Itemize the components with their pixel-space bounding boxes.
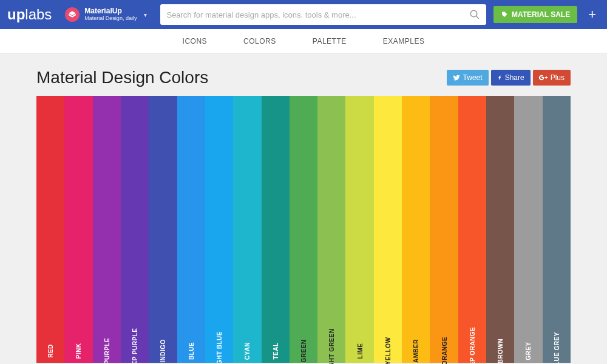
swatch-label: YELLOW [384, 337, 391, 364]
social-buttons: Tweet Share Plus [447, 70, 571, 86]
swatch-label: CYAN [244, 342, 251, 360]
color-swatch[interactable]: BLUE GREY [543, 96, 571, 363]
gplus-label: Plus [551, 73, 565, 82]
color-swatch[interactable]: RED [36, 96, 64, 363]
swatch-label: BROWN [497, 339, 504, 363]
materialup-icon [65, 7, 80, 22]
title-row: Material Design Colors Tweet Share Plus [36, 68, 571, 87]
color-swatch[interactable]: PURPLE [93, 96, 121, 363]
logo-prefix: up [7, 6, 25, 23]
facebook-icon [497, 74, 502, 81]
tweet-button[interactable]: Tweet [447, 70, 489, 86]
swatch-label: TEAL [272, 342, 279, 359]
share-label: Share [505, 73, 524, 82]
top-bar: uplabs MaterialUp Material Design, daily… [0, 0, 607, 29]
color-swatch[interactable]: PINK [64, 96, 92, 363]
tag-icon [501, 11, 508, 18]
swatch-label: ORANGE [441, 337, 447, 364]
swatch-label: GREEN [300, 339, 307, 362]
dropdown-title: MaterialUp [84, 7, 137, 15]
color-swatch[interactable]: AMBER [402, 96, 430, 363]
search-icon[interactable] [469, 9, 480, 20]
color-swatch[interactable]: LIGHT GREEN [317, 96, 345, 363]
tweet-label: Tweet [463, 73, 483, 82]
search-input[interactable] [166, 10, 469, 19]
color-swatch[interactable]: YELLOW [374, 96, 402, 363]
share-button[interactable]: Share [491, 70, 531, 86]
swatch-label: PURPLE [103, 338, 110, 364]
sale-label: MATERIAL SALE [512, 10, 570, 19]
swatch-label: INDIGO [160, 339, 166, 363]
color-swatch[interactable]: INDIGO [149, 96, 177, 363]
content: Material Design Colors Tweet Share Plus … [0, 53, 607, 363]
swatch-label: LIGHT GREEN [328, 329, 335, 364]
swatch-label: BLUE [188, 342, 194, 360]
search-container [160, 4, 486, 25]
nav-palette[interactable]: PALETTE [313, 37, 347, 46]
color-swatch[interactable]: DEEP ORANGE [458, 96, 486, 363]
site-dropdown[interactable]: MaterialUp Material Design, daily ▾ [59, 4, 153, 25]
nav-colors[interactable]: COLORS [243, 37, 276, 46]
swatch-label: DEEP ORANGE [469, 327, 475, 364]
material-sale-button[interactable]: MATERIAL SALE [493, 6, 577, 23]
color-swatch[interactable]: GREEN [290, 96, 317, 363]
add-button[interactable]: + [585, 7, 600, 22]
nav-examples[interactable]: EXAMPLES [383, 37, 425, 46]
swatch-label: LIGHT BLUE [216, 331, 223, 364]
swatch-label: BLUE GREY [553, 332, 560, 364]
color-swatch[interactable]: LIME [345, 96, 373, 363]
swatch-label: AMBER [413, 339, 419, 363]
logo-suffix: labs [25, 6, 52, 23]
color-swatch[interactable]: DEEP PURPLE [121, 96, 149, 363]
svg-line-1 [476, 16, 479, 19]
nav-icons[interactable]: ICONS [183, 37, 208, 46]
color-swatch[interactable]: BLUE [177, 96, 205, 363]
color-swatch[interactable]: TEAL [262, 96, 290, 363]
nav-bar: ICONS COLORS PALETTE EXAMPLES [0, 29, 607, 53]
logo[interactable]: uplabs [7, 6, 52, 23]
svg-point-0 [470, 10, 477, 17]
dropdown-text: MaterialUp Material Design, daily [84, 7, 137, 21]
swatch-label: DEEP PURPLE [132, 328, 138, 364]
color-swatch[interactable]: ORANGE [430, 96, 458, 363]
swatch-label: LIME [356, 343, 363, 359]
swatch-label: PINK [75, 343, 82, 359]
dropdown-subtitle: Material Design, daily [84, 16, 137, 22]
color-swatch[interactable]: LIGHT BLUE [205, 96, 233, 363]
swatch-label: GREY [525, 342, 532, 360]
gplus-button[interactable]: Plus [533, 70, 571, 86]
twitter-icon [453, 74, 460, 81]
chevron-down-icon: ▾ [144, 12, 147, 18]
page-title: Material Design Colors [36, 68, 208, 87]
color-swatch[interactable]: GREY [514, 96, 542, 363]
color-palette: REDPINKPURPLEDEEP PURPLEINDIGOBLUELIGHT … [36, 96, 571, 363]
gplus-icon [539, 75, 548, 81]
swatch-label: RED [47, 344, 54, 358]
color-swatch[interactable]: CYAN [233, 96, 261, 363]
color-swatch[interactable]: BROWN [486, 96, 514, 363]
